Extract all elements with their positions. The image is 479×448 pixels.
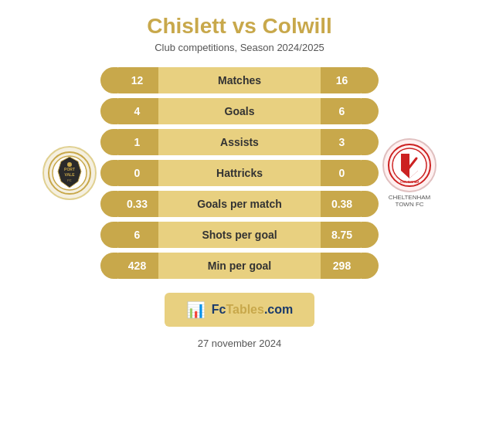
stat-left-5: 6	[116, 229, 158, 241]
right-tab-6	[362, 253, 379, 279]
stats-row-wrapper-3: 0 Hattricks 0	[100, 160, 379, 186]
stat-left-1: 4	[116, 105, 158, 117]
stats-row-wrapper-1: 4 Goals 6	[100, 98, 379, 124]
page-subtitle: Club competitions, Season 2024/2025	[155, 42, 324, 53]
stat-row-1: 4 Goals 6	[116, 98, 363, 124]
fctables-text: FcTables.com	[212, 303, 294, 317]
stats-row-wrapper-4: 0.33 Goals per match 0.38	[100, 191, 379, 217]
stat-right-6: 298	[321, 260, 363, 272]
stat-right-4: 0.38	[321, 198, 363, 210]
svg-text:CHELTENHAM: CHELTENHAM	[400, 181, 419, 184]
stat-label-6: Min per goal	[158, 253, 321, 279]
right-tab-3	[362, 160, 379, 186]
stats-row-wrapper-0: 12 Matches 16	[100, 67, 379, 93]
stat-right-0: 16	[321, 74, 363, 87]
svg-text:FC: FC	[67, 178, 71, 182]
left-logo-circle: PORT VALE FC	[42, 146, 97, 200]
stat-label-2: Assists	[158, 129, 321, 155]
stat-left-2: 1	[116, 136, 158, 148]
stat-left-3: 0	[116, 167, 158, 179]
stat-right-3: 0	[321, 167, 363, 179]
page-wrapper: Chislett vs Colwill Club competitions, S…	[0, 0, 479, 448]
fctables-banner: 📊 FcTables.com	[165, 293, 315, 327]
left-tab-1	[100, 98, 117, 124]
stat-label-4: Goals per match	[158, 191, 321, 217]
stats-row-wrapper-6: 428 Min per goal 298	[100, 253, 379, 279]
stat-row-0: 12 Matches 16	[116, 67, 363, 93]
right-logo-circle: CHELTENHAM	[382, 138, 437, 192]
main-content: PORT VALE FC 12 Matches 16 4	[8, 67, 471, 279]
stat-row-4: 0.33 Goals per match 0.38	[116, 191, 363, 217]
left-tab-2	[100, 129, 117, 155]
stat-left-6: 428	[116, 260, 158, 272]
stats-table: 12 Matches 16 4 Goals 6 1 Assists 3	[100, 67, 379, 279]
left-team-logo: PORT VALE FC	[39, 146, 100, 200]
svg-point-5	[67, 162, 72, 167]
right-tab-4	[362, 191, 379, 217]
left-tab-5	[100, 222, 117, 248]
stats-row-wrapper-5: 6 Shots per goal 8.75	[100, 222, 379, 248]
stat-row-6: 428 Min per goal 298	[116, 253, 363, 279]
stat-left-0: 12	[116, 74, 158, 87]
cheltenham-svg: CHELTENHAM	[387, 143, 432, 188]
right-tab-0	[362, 67, 379, 93]
stat-label-0: Matches	[158, 67, 321, 93]
right-tab-1	[362, 98, 379, 124]
port-vale-svg: PORT VALE FC	[47, 151, 92, 195]
right-tab-2	[362, 129, 379, 155]
svg-text:PORT: PORT	[64, 167, 75, 171]
stat-right-5: 8.75	[321, 229, 363, 241]
stat-label-1: Goals	[158, 98, 321, 124]
page-title: Chislett vs Colwill	[147, 14, 332, 39]
stat-label-3: Hattricks	[158, 160, 321, 186]
right-team-name: CHELTENHAMTOWN FC	[389, 194, 431, 208]
left-tab-0	[100, 67, 117, 93]
date-footer: 27 november 2024	[198, 338, 281, 349]
stat-row-2: 1 Assists 3	[116, 129, 363, 155]
stat-left-4: 0.33	[116, 198, 158, 210]
stat-right-2: 3	[321, 136, 363, 148]
stat-right-1: 6	[321, 105, 363, 117]
left-tab-4	[100, 191, 117, 217]
right-tab-5	[362, 222, 379, 248]
left-tab-3	[100, 160, 117, 186]
right-team-logo: CHELTENHAM CHELTENHAMTOWN FC	[379, 138, 440, 208]
svg-text:VALE: VALE	[65, 172, 76, 177]
fctables-icon: 📊	[186, 300, 206, 319]
stat-row-3: 0 Hattricks 0	[116, 160, 363, 186]
stat-label-5: Shots per goal	[158, 222, 321, 248]
left-tab-6	[100, 253, 117, 279]
stat-row-5: 6 Shots per goal 8.75	[116, 222, 363, 248]
stats-row-wrapper-2: 1 Assists 3	[100, 129, 379, 155]
